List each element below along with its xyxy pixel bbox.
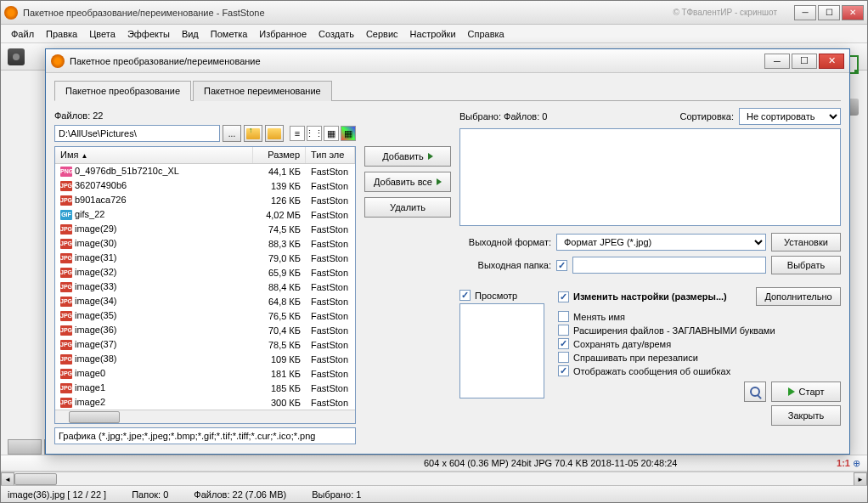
status-folders: Папок: 0 [132,489,168,500]
view-icons-icon[interactable]: ▦ [324,126,339,141]
menu-эффекты[interactable]: Эффекты [122,27,175,41]
menu-цвета[interactable]: Цвета [84,27,121,41]
list-header: Имя ▲ Размер Тип эле [55,147,355,164]
menu-справка[interactable]: Справка [463,27,510,41]
settings-button[interactable]: Установки [771,233,841,252]
jpg-icon: JPG [60,297,72,307]
file-row[interactable]: JPGimage(32)65,9 КБFastSton [55,265,355,280]
zoom-icon[interactable]: ⊕ [853,458,860,468]
dialog-tabs: Пакетное преобразованиеПакетное переимен… [54,80,841,101]
close-dialog-button[interactable]: Закрыть [771,405,841,426]
app-icon [4,6,18,20]
minimize-button[interactable]: ─ [794,5,816,20]
file-row[interactable]: GIFgifs_224,02 МБFastSton [55,207,355,222]
arrow-right-icon [428,153,433,160]
option-checkbox-2[interactable] [558,338,569,349]
horizontal-scrollbar[interactable]: ◄ ► [1,472,867,485]
browse-folder-button[interactable]: Выбрать [771,256,841,274]
file-row[interactable]: JPGimage(31)79,0 КБFastSton [55,251,355,265]
browse-path-button[interactable]: ... [223,125,241,142]
thumbnail[interactable] [8,439,42,455]
file-row[interactable]: JPGimage(29)74,5 КБFastSton [55,222,355,236]
tab-1[interactable]: Пакетное переименование [193,81,332,101]
file-count-label: Файлов: 22 [54,110,356,121]
scroll-right-icon[interactable]: ► [854,472,867,486]
advanced-button[interactable]: Дополнительно [756,287,841,306]
folder-label: Выходная папка: [459,260,551,270]
file-list: Имя ▲ Размер Тип эле PNG0_4976db_51b7210… [54,146,356,424]
status-bar: image(36).jpg [ 12 / 22 ] Папок: 0 Файло… [1,485,867,502]
list-hscroll-thumb[interactable] [69,411,120,423]
filter-input[interactable] [54,427,356,444]
status-file: image(36).jpg [ 12 / 22 ] [8,489,106,500]
status-selected: Выбрано: 1 [312,489,361,500]
folder-up-icon[interactable]: ↑ [244,125,262,142]
scroll-track[interactable] [14,472,854,485]
menu-настройки[interactable]: Настройки [405,27,461,41]
dialog-maximize-button[interactable]: ☐ [792,54,817,69]
view-list-icon[interactable]: ≡ [290,126,305,141]
menu-создать[interactable]: Создать [313,27,359,41]
path-input[interactable] [54,125,220,142]
file-row[interactable]: JPGimage(36)70,4 КБFastSton [55,323,355,337]
menu-сервис[interactable]: Сервис [361,27,403,41]
file-row[interactable]: JPGb901aca726126 КБFastSton [55,193,355,207]
close-button[interactable]: ✕ [842,5,864,20]
folder-icon[interactable] [265,125,284,142]
file-row[interactable]: JPGimage(35)76,5 КБFastSton [55,308,355,323]
file-row[interactable]: JPGimage(33)88,4 КБFastSton [55,280,355,294]
sort-select[interactable]: Не сортировать [739,108,841,125]
preview-checkbox[interactable] [459,290,471,301]
file-row[interactable]: JPGimage2300 КБFastSton [55,395,355,410]
option-checkbox-3[interactable] [558,352,569,363]
menu-вид[interactable]: Вид [177,27,204,41]
menu-пометка[interactable]: Пометка [206,27,253,41]
view-details-icon[interactable]: ⋮⋮ [307,126,322,141]
zoom-ratio: 1:1 [837,458,850,468]
start-button[interactable]: Старт [771,381,841,402]
jpg-icon: JPG [60,383,72,393]
view-thumbs-icon[interactable]: ▦ [341,126,356,141]
col-name[interactable]: Имя ▲ [55,147,253,163]
zoom-button[interactable] [744,381,766,402]
resize-checkbox[interactable] [558,291,569,302]
option-checkbox-0[interactable] [558,311,569,322]
file-row[interactable]: PNG0_4976db_51b7210c_XL44,1 КБFastSton [55,164,355,178]
dialog-minimize-button[interactable]: ─ [764,54,790,69]
jpg-icon: JPG [60,195,72,206]
scroll-left-icon[interactable]: ◄ [1,472,14,486]
scroll-thumb[interactable] [14,473,57,485]
list-hscroll[interactable] [55,410,355,423]
col-type[interactable]: Тип эле [306,147,355,163]
folder-checkbox[interactable] [556,260,567,271]
tab-0[interactable]: Пакетное преобразование [54,81,191,101]
output-folder-input[interactable] [572,257,766,274]
file-row[interactable]: JPGimage(30)88,3 КБFastSton [55,236,355,251]
format-select[interactable]: Формат JPEG (*.jpg) [556,234,766,251]
maximize-button[interactable]: ☐ [818,5,840,20]
main-title: Пакетное преобразование/переименование -… [23,8,673,18]
screenshot-icon[interactable] [8,48,25,65]
col-size[interactable]: Размер [253,147,306,163]
sort-label: Сортировка: [680,111,734,122]
menu-правка[interactable]: Правка [41,27,82,41]
file-row[interactable]: JPGimage(37)78,5 КБFastSton [55,337,355,352]
png-icon: PNG [60,167,72,177]
remove-button[interactable]: Удалить [364,197,451,218]
file-row[interactable]: JPGimage0181 КБFastSton [55,366,355,381]
option-checkbox-1[interactable] [558,325,569,336]
info-bar: 604 x 604 (0.36 MP) 24bit JPG 70.4 KB 20… [1,455,867,472]
selected-list[interactable] [459,128,841,226]
file-row[interactable]: JPG36207490b6139 КБFastSton [55,178,355,193]
menu-файл[interactable]: Файл [6,27,39,41]
file-row[interactable]: JPGimage(34)64,8 КБFastSton [55,294,355,308]
add-button[interactable]: Добавить [364,146,451,167]
file-list-body[interactable]: PNG0_4976db_51b7210c_XL44,1 КБFastStonJP… [55,164,355,410]
menu-избранное[interactable]: Избранное [254,27,312,41]
option-checkbox-4[interactable] [558,365,569,376]
file-row[interactable]: JPGimage(38)109 КБFastSton [55,352,355,366]
file-row[interactable]: JPGimage1185 КБFastSton [55,381,355,395]
add-all-button[interactable]: Добавить все [364,172,451,192]
dialog-close-button[interactable]: ✕ [819,54,844,69]
option-label: Менять имя [573,312,625,322]
